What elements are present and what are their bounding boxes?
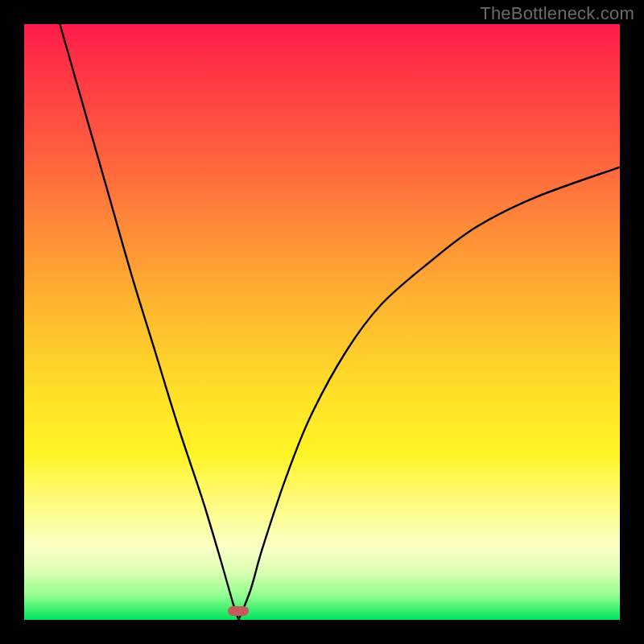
left-branch-curve — [60, 24, 238, 620]
curve-layer — [24, 24, 620, 620]
right-branch-curve — [238, 167, 620, 620]
watermark-text: TheBottleneck.com — [480, 3, 634, 24]
chart-frame: TheBottleneck.com — [0, 0, 644, 644]
minimum-marker — [228, 606, 249, 616]
plot-area — [24, 24, 620, 620]
